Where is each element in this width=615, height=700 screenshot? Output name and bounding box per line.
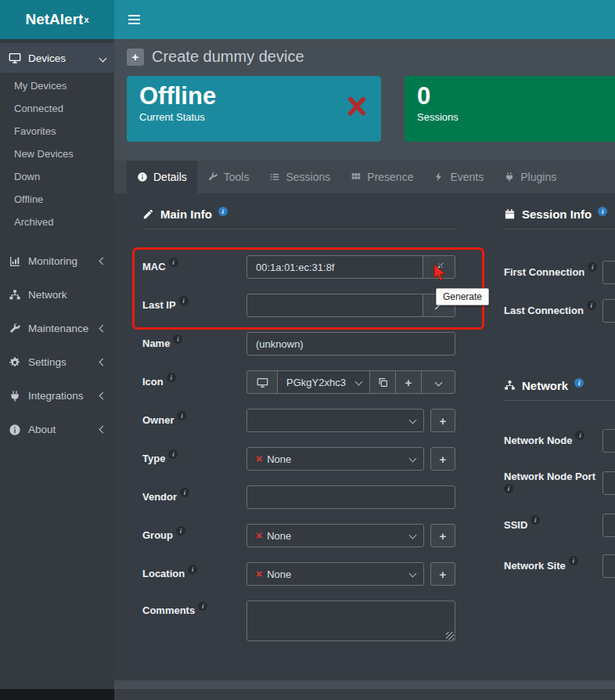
chevron-left-icon (99, 359, 107, 366)
type-label: Type (142, 453, 246, 466)
form-row-name: Name (142, 332, 455, 355)
chevron-down-icon (434, 378, 442, 386)
add-type-button[interactable] (430, 447, 455, 471)
first-connection-input[interactable] (602, 261, 615, 284)
last-connection-input[interactable] (602, 299, 615, 323)
network-node-port-input[interactable] (602, 471, 615, 495)
divider (504, 229, 615, 229)
tab-label: Events (450, 171, 484, 183)
type-select[interactable]: None (246, 447, 424, 471)
sidebar-item-integrations[interactable]: Integrations (0, 379, 114, 413)
brand-sup: x (84, 15, 88, 24)
magic-wand-icon (433, 262, 444, 272)
icon-select[interactable]: PGkgY2xhc3 (277, 370, 370, 394)
info-icon (530, 515, 540, 525)
sidebar-item-down[interactable]: Down (0, 165, 114, 188)
chevron-left-icon (99, 258, 107, 265)
submenu-label: Favorites (14, 125, 56, 137)
network-form: Network Node Network Node Port SSID Netw… (504, 429, 615, 578)
form-row-location: Location None (142, 562, 455, 586)
sidebar-toggle-button[interactable] (114, 0, 154, 39)
tab-sessions[interactable]: Sessions (259, 161, 340, 193)
info-icon (504, 484, 513, 493)
sidebar-item-maintenance[interactable]: Maintenance (0, 312, 114, 345)
plus-box-icon (127, 49, 144, 66)
submenu-label: New Devices (14, 148, 74, 160)
session-info-header: Session Info (504, 207, 615, 221)
sidebar-item-monitoring[interactable]: Monitoring (0, 244, 114, 278)
sidebar-item-my-devices[interactable]: My Devices (0, 74, 114, 97)
device-icon-preview-button[interactable] (246, 370, 278, 394)
tab-tools[interactable]: Tools (197, 161, 260, 193)
group-select[interactable]: None (246, 524, 424, 547)
location-select[interactable]: None (246, 562, 424, 586)
sidebar-item-offline[interactable]: Offline (0, 188, 114, 211)
divider (142, 229, 455, 229)
status-value: Offline (139, 81, 369, 110)
form-row-network-node: Network Node (504, 429, 615, 453)
sidebar-item-favorites[interactable]: Favorites (0, 120, 114, 143)
add-group-button[interactable] (430, 524, 455, 547)
tab-presence[interactable]: Presence (340, 161, 423, 193)
ssid-input[interactable] (602, 514, 615, 537)
info-icon (179, 296, 189, 305)
sidebar-item-archived[interactable]: Archived (0, 211, 114, 233)
sessions-label: Sessions (417, 111, 615, 123)
sidebar-item-about[interactable]: About (0, 413, 114, 446)
add-location-button[interactable] (430, 562, 455, 586)
sidebar-item-network[interactable]: Network (0, 278, 114, 312)
mac-generate-button[interactable] (423, 255, 455, 279)
chevron-down-icon (355, 378, 363, 386)
group-label: Group (142, 529, 246, 543)
add-icon-button[interactable] (395, 370, 422, 394)
tab-details[interactable]: Details (127, 161, 197, 193)
sidebar-item-devices[interactable]: Devices (0, 43, 114, 73)
info-icon (9, 424, 21, 436)
vendor-input[interactable] (246, 485, 455, 509)
comments-textarea[interactable] (246, 601, 455, 641)
last-ip-input[interactable] (246, 294, 423, 317)
sessions-card: 0 Sessions (405, 76, 615, 142)
sidebar-item-label: Maintenance (28, 323, 93, 334)
network-node-label: Network Node (504, 434, 602, 448)
name-input[interactable] (246, 332, 455, 355)
submenu-label: Archived (14, 216, 54, 228)
calendar-icon (504, 208, 516, 220)
owner-select[interactable] (246, 409, 424, 432)
sidebar-item-connected[interactable]: Connected (0, 97, 114, 120)
icon-expand-button[interactable] (421, 370, 455, 394)
form-row-type: Type None (142, 447, 455, 471)
tab-label: Plugins (520, 171, 556, 183)
network-site-input[interactable] (602, 554, 615, 578)
sidebar-item-new-devices[interactable]: New Devices (0, 143, 114, 165)
sidebar: Devices My Devices Connected Favorites N… (0, 39, 114, 700)
devices-submenu: My Devices Connected Favorites New Devic… (0, 73, 114, 238)
form-row-mac: MAC (142, 255, 455, 279)
sidebar-item-settings[interactable]: Settings (0, 345, 114, 379)
tab-plugins[interactable]: Plugins (494, 161, 566, 193)
plug-icon (504, 171, 515, 182)
list-icon (269, 171, 280, 182)
footer-main-segment (114, 689, 615, 700)
copy-icon-button[interactable] (369, 370, 396, 394)
mac-input[interactable] (246, 255, 423, 279)
form-row-first-connection: First Connection (504, 261, 615, 284)
divider (504, 400, 615, 401)
tab-events[interactable]: Events (423, 161, 494, 193)
info-icon (574, 378, 584, 388)
form-row-vendor: Vendor (142, 485, 455, 509)
section-title: Network (522, 379, 568, 392)
info-icon (569, 556, 578, 565)
submenu-label: Down (14, 171, 40, 182)
chevron-down-icon (409, 570, 417, 578)
network-node-input[interactable] (602, 429, 615, 453)
form-row-ssid: SSID (504, 514, 615, 537)
info-icon (177, 411, 186, 420)
brand-logo[interactable]: NetAlertx (0, 0, 114, 39)
info-circle-icon (137, 171, 148, 182)
add-owner-button[interactable] (430, 409, 455, 432)
chart-icon (9, 255, 21, 268)
ssid-label: SSID (504, 518, 602, 532)
wrench-icon (207, 171, 218, 182)
sidebar-sections: Monitoring Network Maintenance Settings … (0, 244, 114, 446)
